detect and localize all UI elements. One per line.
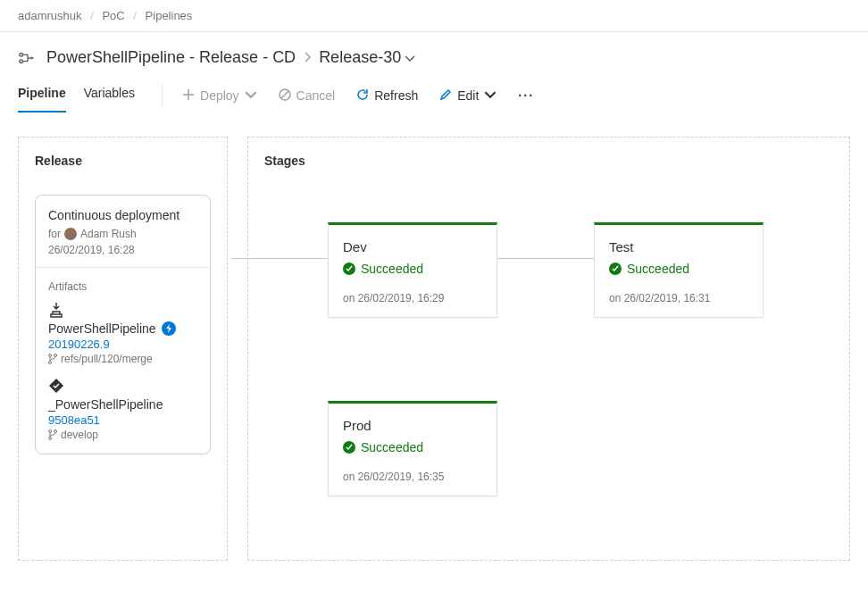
branch-icon <box>48 354 57 364</box>
stage-status: Succeeded <box>343 440 482 454</box>
artifact-branch: develop <box>48 429 197 441</box>
artifact-version-link[interactable]: 9508ea51 <box>48 413 197 427</box>
release-name[interactable]: Release-30 <box>319 48 401 67</box>
artifact-branch-name: refs/pull/120/merge <box>61 353 153 365</box>
page-title-row: PowerShellPipeline - Release - CD Releas… <box>0 32 868 71</box>
stages-panel-heading: Stages <box>264 154 833 168</box>
more-actions-button[interactable]: ··· <box>509 85 543 106</box>
stage-timestamp: on 26/02/2019, 16:35 <box>343 471 482 483</box>
edit-icon <box>439 88 452 104</box>
artifact-version-link[interactable]: 20190226.9 <box>48 338 197 351</box>
avatar-icon <box>64 228 77 240</box>
stage-status: Succeeded <box>609 262 748 276</box>
breadcrumb-separator: / <box>133 9 137 22</box>
chevron-down-icon[interactable] <box>405 48 415 67</box>
deploy-button[interactable]: Deploy <box>173 85 266 107</box>
breadcrumb-area[interactable]: Pipelines <box>146 9 193 22</box>
cancel-icon <box>279 88 291 104</box>
stage-name: Prod <box>343 418 482 433</box>
artifact-name: PowerShellPipeline <box>48 321 156 336</box>
tab-bar: Pipeline Variables <box>18 86 135 112</box>
cd-for-prefix: for <box>48 228 61 240</box>
plus-icon <box>182 88 195 104</box>
svg-point-1 <box>20 59 23 62</box>
stage-status-text: Succeeded <box>361 262 423 276</box>
release-panel: Release Continuous deployment for Adam R… <box>18 137 228 561</box>
release-pipeline-icon <box>18 50 38 66</box>
stage-card-test[interactable]: Test Succeeded on 26/02/2019, 16:31 <box>594 222 764 318</box>
stages-panel: Stages Dev Succeeded on 26/02/2019, 16:2… <box>247 137 850 561</box>
chevron-right-icon <box>303 48 312 67</box>
svg-point-3 <box>49 354 52 357</box>
artifact-branch-name: develop <box>61 429 98 441</box>
stage-card-dev[interactable]: Dev Succeeded on 26/02/2019, 16:29 <box>328 222 497 318</box>
repo-artifact-icon <box>48 378 64 394</box>
stage-status-text: Succeeded <box>361 440 423 454</box>
success-icon <box>343 262 355 275</box>
artifact-name: _PowerShellPipeline <box>48 397 163 412</box>
artifact-name-row: _PowerShellPipeline <box>48 397 197 412</box>
stage-timestamp: on 26/02/2019, 16:31 <box>609 292 748 304</box>
artifacts-label: Artifacts <box>48 280 197 293</box>
breadcrumb-project[interactable]: PoC <box>102 9 124 22</box>
stage-name: Dev <box>343 239 482 254</box>
cd-card-title: Continuous deployment <box>48 208 197 222</box>
branch-icon <box>48 429 57 440</box>
refresh-button[interactable]: Refresh <box>347 85 427 107</box>
breadcrumb-org[interactable]: adamrushuk <box>18 9 82 22</box>
connector-line <box>231 258 328 259</box>
svg-point-0 <box>20 53 23 56</box>
chevron-down-icon <box>245 88 257 104</box>
refresh-icon <box>356 88 369 104</box>
toolbar: Pipeline Variables Deploy Cancel Refresh… <box>0 71 868 115</box>
stage-status-text: Succeeded <box>627 262 689 276</box>
cd-requester: Adam Rush <box>80 228 137 240</box>
stage-timestamp: on 26/02/2019, 16:29 <box>343 292 482 304</box>
artifact-item[interactable]: PowerShellPipeline 20190226.9 refs/pull/… <box>48 302 197 365</box>
tab-pipeline[interactable]: Pipeline <box>18 86 66 112</box>
lightning-badge-icon <box>162 321 176 336</box>
tab-variables[interactable]: Variables <box>84 86 135 112</box>
edit-label: Edit <box>457 88 479 103</box>
success-icon <box>343 441 355 454</box>
cd-requester-row: for Adam Rush <box>48 228 197 240</box>
toolbar-separator <box>162 83 163 108</box>
cancel-button[interactable]: Cancel <box>270 85 345 107</box>
pipeline-name: PowerShellPipeline - Release - CD <box>46 48 296 67</box>
cancel-label: Cancel <box>296 88 336 103</box>
build-artifact-icon <box>48 302 64 318</box>
continuous-deployment-card: Continuous deployment for Adam Rush 26/0… <box>35 195 211 454</box>
breadcrumb-separator: / <box>90 9 94 22</box>
chevron-down-icon <box>484 88 497 104</box>
connector-line <box>497 258 594 259</box>
cd-created-time: 26/02/2019, 16:28 <box>48 244 197 256</box>
svg-point-4 <box>54 354 57 357</box>
refresh-label: Refresh <box>374 88 418 103</box>
artifact-branch: refs/pull/120/merge <box>48 353 197 365</box>
svg-point-6 <box>49 430 52 433</box>
edit-button[interactable]: Edit <box>430 85 505 107</box>
svg-point-5 <box>49 362 52 364</box>
stage-status: Succeeded <box>343 262 482 276</box>
svg-point-7 <box>54 430 57 433</box>
release-panel-heading: Release <box>35 154 211 168</box>
success-icon <box>609 262 622 275</box>
artifact-item[interactable]: _PowerShellPipeline 9508ea51 develop <box>48 378 197 441</box>
artifact-name-row: PowerShellPipeline <box>48 321 197 336</box>
main-content: Release Continuous deployment for Adam R… <box>0 115 868 582</box>
breadcrumb: adamrushuk / PoC / Pipelines <box>0 0 868 32</box>
stage-name: Test <box>609 239 748 254</box>
deploy-label: Deploy <box>200 88 239 103</box>
svg-point-8 <box>49 438 52 440</box>
stage-card-prod[interactable]: Prod Succeeded on 26/02/2019, 16:35 <box>328 401 497 496</box>
